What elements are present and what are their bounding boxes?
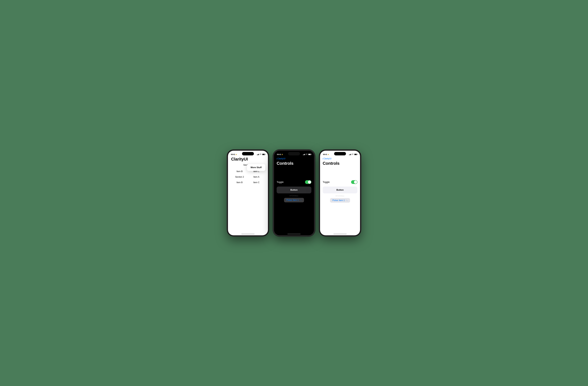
nav-back-2[interactable]: ‹ ClarityUI: [276, 158, 285, 160]
toggle-row-3: Toggle: [323, 178, 357, 186]
watermark-2: 9TO5Mac: [277, 195, 311, 197]
nav-back-label-2: ClarityUI: [277, 158, 285, 160]
signal-bars-3: [349, 154, 351, 155]
home-indicator-3: [334, 234, 347, 234]
battery-icon-1: [262, 154, 265, 155]
dynamic-island-3: [334, 152, 346, 155]
floating-card-text: More Stuff: [251, 166, 262, 169]
list-item-item-c-2[interactable]: Item C: [248, 180, 265, 185]
battery-icon-3: [354, 154, 357, 155]
battery-tip-2: [311, 154, 312, 155]
phone-1-screen: 09:41 🔒: [228, 151, 268, 235]
floating-card[interactable]: More Stuff: [247, 164, 265, 171]
nav-back-label-3: ClarityUI: [323, 158, 331, 160]
bar4w: [305, 154, 305, 155]
battery-tip-3: [357, 154, 357, 155]
button-text-3: Button: [336, 189, 344, 191]
list-item-item-a[interactable]: Item A: [248, 174, 265, 180]
toggle-label-3: Toggle: [323, 181, 330, 183]
back-chevron-3: ‹: [322, 158, 323, 160]
status-icons-3: [349, 154, 357, 155]
status-time-2: 09:41: [277, 153, 281, 155]
ios-button-2[interactable]: Button: [277, 186, 311, 193]
bar3b: [350, 154, 351, 155]
dynamic-island-1: [242, 152, 254, 155]
list-grid: Item B Item C Section 2 Item A Item B It…: [231, 169, 265, 185]
phone-3: 09:41 🔒: [319, 150, 361, 236]
battery-icon-2: [308, 154, 311, 155]
bar3w: [304, 154, 305, 155]
signal-bars-2: [303, 154, 305, 155]
bar1w: [303, 155, 303, 155]
ios-button-3[interactable]: Button: [323, 186, 357, 193]
phone-2: 09:41 🔒: [273, 150, 315, 236]
bar1: [257, 155, 257, 155]
nav-bar-2: ‹ ClarityUI: [274, 157, 314, 160]
toggle-knob-2: [308, 181, 311, 184]
list-item-item-b-1[interactable]: Item B: [231, 169, 248, 174]
lock-icon-1: 🔒: [235, 154, 237, 155]
picker-text-2: Picker Item 1: [286, 199, 299, 201]
nav-back-3[interactable]: ‹ ClarityUI: [322, 158, 331, 160]
bar4b: [351, 154, 351, 155]
phones-container: 09:41 🔒: [227, 150, 361, 236]
phone-1: 09:41 🔒: [227, 150, 269, 236]
spacer-3: [320, 168, 360, 178]
ios-picker-3[interactable]: Picker Item 1 ⌃⌄: [330, 198, 350, 203]
bar1b: [349, 155, 349, 155]
picker-chevron-2: ⌃⌄: [299, 200, 302, 201]
controls-content-3: Toggle Button 9TO5Mac Picker Item 1 ⌃⌄: [320, 178, 360, 203]
status-icons-1: [257, 154, 265, 155]
toggle-switch-3[interactable]: [351, 180, 357, 184]
signal-bars-1: [257, 154, 259, 155]
battery-fill-1: [262, 154, 265, 155]
dynamic-island-2: [288, 152, 300, 155]
home-indicator-1: [241, 234, 254, 234]
wifi-icon-2: [306, 154, 308, 155]
back-chevron-2: ‹: [276, 158, 277, 160]
watermark-3: 9TO5Mac: [336, 195, 344, 197]
controls-content-2: Toggle Button 9TO5Mac Picker Item 1 ⌃⌄: [274, 178, 314, 202]
watermark-3-wrapper: 9TO5Mac: [323, 195, 357, 197]
bar2w: [303, 154, 304, 155]
ios-picker-2[interactable]: Picker Item 1 ⌃⌄: [284, 198, 304, 202]
toggle-switch-2[interactable]: [305, 180, 311, 184]
home-indicator-2: [287, 234, 301, 234]
toggle-knob-3: [354, 181, 357, 184]
bar2b: [350, 154, 350, 155]
status-icons-2: [303, 154, 311, 155]
lock-icon-3: 🔒: [328, 154, 329, 155]
toggle-row-2: Toggle: [277, 178, 311, 186]
status-time-1: 09:41: [231, 153, 235, 155]
nav-bar-3: ‹ ClarityUI: [320, 157, 360, 160]
list-item-section2[interactable]: Section 2: [231, 174, 248, 180]
wifi-icon-3: [352, 154, 354, 155]
phone-2-screen: 09:41 🔒: [274, 151, 314, 235]
app-title: ClarityUI: [231, 157, 265, 162]
bar2: [257, 154, 258, 155]
status-time-3: 09:41: [323, 153, 327, 155]
button-text-2: Button: [291, 189, 298, 191]
page-title-3: Controls: [320, 160, 360, 168]
phone1-content: ClarityUI Section 1 More Stuff Item B It…: [228, 157, 268, 185]
picker-text-3: Picker Item 1: [332, 199, 345, 202]
battery-tip-1: [265, 154, 265, 155]
picker-chevron-3: ⌃⌄: [346, 200, 348, 201]
toggle-label-2: Toggle: [277, 181, 284, 183]
list-item-item-b-2[interactable]: Item B: [231, 180, 248, 185]
phone-3-screen: 09:41 🔒: [320, 151, 360, 235]
lock-icon-2: 🔒: [281, 154, 283, 155]
bar3: [258, 154, 258, 155]
wifi-icon-1: [260, 154, 261, 155]
battery-fill-3: [355, 154, 357, 155]
bar4: [259, 154, 259, 155]
spacer-2: [274, 168, 314, 178]
battery-fill-2: [309, 154, 311, 155]
page-title-2: Controls: [274, 160, 314, 168]
